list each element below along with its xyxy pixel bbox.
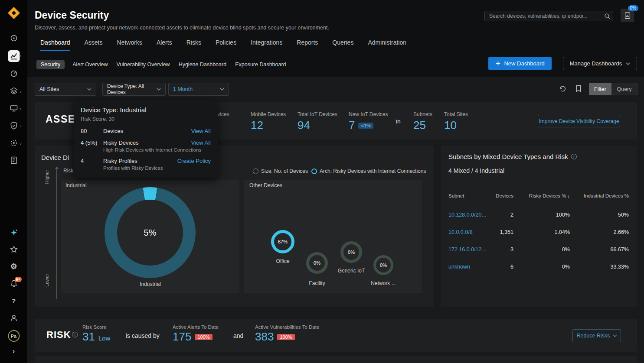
manage-dashboards-button[interactable]: Manage Dashboards (563, 57, 637, 70)
y-axis-higher-label: Higher (44, 170, 49, 184)
active-vulnerabilities-value[interactable]: 383 (255, 330, 274, 344)
device-distribution-title: Device Di (41, 154, 69, 161)
stat-value[interactable]: 12 (251, 119, 263, 132)
app-logo[interactable] (7, 6, 21, 20)
subtab-exposure-dashboard[interactable]: Exposure Dashboard (234, 60, 287, 69)
radio-size-devices-label[interactable]: Size: No. of Devices (261, 168, 308, 174)
industrial-donut-ring[interactable]: 5% (105, 187, 196, 278)
chevron-right-icon[interactable]: › (20, 53, 22, 58)
stat-value[interactable]: 25 (413, 119, 426, 132)
help-icon[interactable]: ? (12, 297, 16, 305)
bubble-facility[interactable]: 0% (306, 252, 328, 274)
bubble-office[interactable]: 67% (271, 230, 294, 253)
other-devices-panel: Other Devices 67% Office 0% Facility 0% … (244, 180, 422, 293)
avatar[interactable]: Pa (8, 330, 20, 342)
col-industrial-devices[interactable]: Industrial Devices % (570, 193, 629, 198)
chevron-right-icon[interactable]: › (20, 141, 22, 146)
stat-value[interactable]: 10 (444, 119, 457, 132)
favorites-star-icon[interactable] (10, 245, 18, 254)
subtab-hygiene-dashboard[interactable]: Hygiene Dashboard (178, 60, 228, 69)
stat-value[interactable]: 7 (349, 119, 355, 132)
col-subnet[interactable]: Subnet (448, 193, 492, 198)
time-range-select[interactable]: 1 Month (168, 83, 229, 96)
reports-icon[interactable] (10, 156, 18, 165)
dashboards-icon[interactable] (8, 50, 20, 62)
device-type-select[interactable]: Device Type: All Devices (102, 83, 166, 96)
tab-alerts[interactable]: Alerts (157, 39, 172, 51)
radio-size-devices[interactable] (253, 169, 258, 174)
subnet-link[interactable]: 10.0.0.0/8 (448, 229, 492, 235)
view-all-link[interactable]: View All (191, 139, 211, 146)
integrations-icon[interactable] (10, 139, 18, 147)
active-alerts-value[interactable]: 175 (173, 330, 191, 344)
search-input[interactable] (484, 11, 613, 21)
info-icon[interactable]: i (571, 154, 577, 159)
chevron-down-icon (157, 88, 161, 91)
risk-card-title: RISK (46, 329, 71, 340)
industrial-panel-header: Industrial (65, 182, 87, 188)
stat-mobile-devices: Mobile Devices 12 (251, 111, 286, 132)
tab-assets[interactable]: Assets (85, 39, 103, 51)
assets-stack-icon[interactable] (10, 87, 18, 95)
ai-sparkle-icon[interactable] (10, 229, 18, 237)
tab-policies[interactable]: Policies (216, 39, 236, 51)
notifications-bell-icon[interactable]: 9+ (10, 279, 18, 288)
radio-arch-risky-devices-label[interactable]: Arch: Risky Devices with Internet Connec… (320, 168, 426, 174)
col-devices[interactable]: Devices (492, 193, 513, 198)
active-vulnerabilities-label: Active Vulnerabilities To Date (255, 324, 319, 330)
view-all-link[interactable]: View All (191, 128, 211, 134)
sites-select[interactable]: All Sites (35, 83, 96, 96)
bookmark-icon[interactable] (575, 85, 582, 92)
refresh-history-icon[interactable] (559, 85, 566, 93)
tab-risks[interactable]: Risks (186, 39, 201, 51)
info-icon[interactable]: i (72, 332, 78, 337)
tab-networks[interactable]: Networks (117, 39, 142, 51)
gauge-icon[interactable] (10, 69, 18, 78)
subtab-vulnerability-overview[interactable]: Vulnerability Overview (115, 60, 170, 69)
page-title: Device Security (35, 10, 109, 21)
scan-icon[interactable] (10, 34, 18, 42)
chevron-right-icon[interactable]: › (20, 89, 22, 94)
query-toggle-button[interactable]: Query (611, 83, 637, 95)
subtab-security[interactable]: Security (36, 60, 65, 69)
subnet-link[interactable]: 10.128.0.0/20... (448, 212, 492, 218)
tab-integrations[interactable]: Integrations (251, 39, 282, 51)
improve-visibility-coverage-button[interactable]: Improve Device Visibility Coverage (538, 115, 620, 127)
tab-queries[interactable]: Queries (332, 39, 353, 51)
tab-reports[interactable]: Reports (297, 39, 318, 51)
tab-administration[interactable]: Administration (368, 39, 406, 51)
bubble-generic-iot[interactable]: 0% (340, 241, 362, 263)
create-policy-link[interactable]: Create Policy (177, 158, 211, 164)
subnet-link[interactable]: unknown (448, 264, 492, 270)
radio-arch-risky-devices[interactable] (311, 169, 317, 174)
risk-score-value: 31 (82, 330, 95, 344)
chevron-right-icon[interactable]: › (20, 123, 22, 129)
report-icon (624, 12, 631, 19)
chevron-right-icon[interactable]: › (20, 106, 22, 111)
time-range-select-value: 1 Month (173, 86, 193, 92)
subtab-alert-overview[interactable]: Alert Overview (72, 60, 108, 69)
tab-dashboard[interactable]: Dashboard (40, 39, 70, 51)
subnets-card: Subnets by Mixed Device Types and Risk i… (441, 146, 637, 307)
user-icon[interactable] (10, 314, 18, 322)
popover-subtext: High Risk Devices with Internet Connecti… (103, 147, 211, 152)
stat-value[interactable]: 94 (297, 119, 310, 132)
col-risky-devices[interactable]: Risky Devices % (513, 193, 570, 198)
manage-dashboards-label: Manage Dashboards (570, 60, 622, 67)
stat-total-iot-devices: Total IoT Devices 94 (297, 111, 337, 132)
collapse-chevron-icon[interactable]: › (13, 347, 15, 355)
bubble-network[interactable]: 0% (373, 255, 393, 275)
settings-gear-icon[interactable]: ⚙ (10, 262, 17, 271)
risk-score-group: Risk Score 31 Low (82, 324, 110, 344)
filter-toggle-button[interactable]: Filter (589, 83, 611, 95)
risky-percent: 1.04% (513, 229, 570, 235)
risky-percent: 100% (513, 212, 570, 218)
security-shield-icon[interactable] (10, 121, 18, 130)
risk-score-label: Risk Score (82, 324, 110, 330)
table-row: 10.0.0.0/8 1,351 1.04% 2.66% (448, 224, 629, 241)
devices-icon[interactable] (10, 104, 18, 113)
report-button[interactable]: 0% (621, 9, 634, 22)
new-dashboard-button[interactable]: New Dashboard (488, 57, 552, 70)
reduce-risks-button[interactable]: Reduce Risks (572, 329, 621, 342)
subnet-link[interactable]: 172.16.0.0/12... (448, 246, 492, 253)
